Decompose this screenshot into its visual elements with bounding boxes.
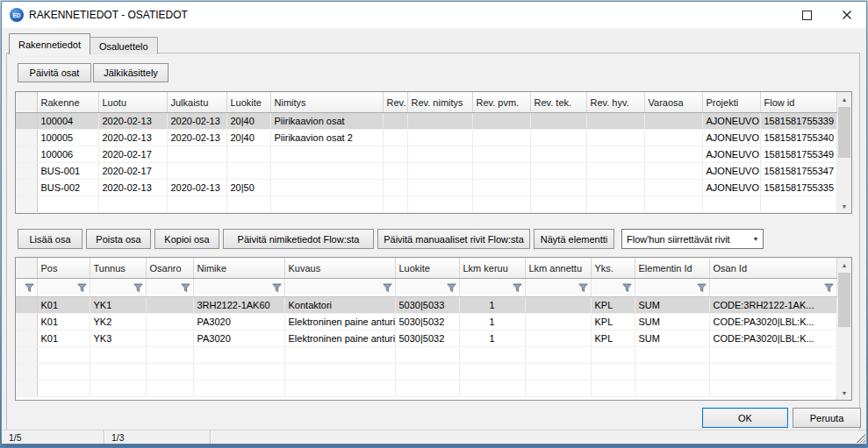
grid-cell[interactable]: KPL	[591, 314, 635, 331]
grid-cell[interactable]: K01	[37, 314, 90, 331]
grid-cell[interactable]: Piirikaavion osat	[270, 113, 383, 130]
grid-cell[interactable]	[472, 113, 530, 130]
column-header[interactable]: Rev. tek.	[530, 92, 586, 113]
grid-cell[interactable]	[383, 163, 407, 180]
grid-cell[interactable]	[146, 297, 193, 314]
filter-cell[interactable]	[16, 279, 37, 297]
grid-cell[interactable]: 1581581755335	[760, 180, 836, 196]
filter-funnel-icon[interactable]	[272, 283, 282, 293]
grid-cell[interactable]: 100006	[37, 146, 98, 163]
column-header[interactable]: Rakenne	[37, 92, 98, 113]
grid-row[interactable]: 1000042020-02-132020-02-1320|40Piirikaav…	[16, 113, 836, 130]
filter-cell[interactable]	[635, 279, 709, 297]
filter-cell[interactable]	[459, 279, 525, 297]
grid-cell[interactable]	[644, 130, 702, 146]
grid-cell[interactable]	[167, 163, 226, 180]
grid-cell[interactable]: 1	[459, 297, 525, 314]
close-button[interactable]	[827, 2, 866, 28]
column-header[interactable]: Osan Id	[709, 258, 836, 279]
structures-vertical-scrollbar[interactable]: ▲ ▼	[836, 92, 851, 213]
scrollbar-thumb[interactable]	[838, 107, 850, 158]
grid-row[interactable]: BUS-0012020-02-17AJONEUVO1581581755347	[16, 163, 836, 180]
paivita-nimiketiedot-button[interactable]: Päivitä nimiketiedot Flow:sta	[223, 229, 374, 249]
grid-cell[interactable]	[530, 146, 586, 163]
scroll-up-icon[interactable]: ▲	[837, 258, 851, 272]
grid-cell[interactable]: 2020-02-13	[98, 180, 167, 196]
tab-rakennetiedot[interactable]: Rakennetiedot	[9, 33, 90, 54]
grid-cell[interactable]: 5030|5032	[395, 314, 459, 331]
grid-cell[interactable]: BUS-001	[37, 163, 98, 180]
column-header[interactable]: Rev. hyv.	[586, 92, 644, 113]
grid-cell[interactable]: CODE:3RH2122-1AK...	[709, 297, 836, 314]
grid-cell[interactable]: AJONEUVO	[702, 180, 760, 196]
grid-cell[interactable]: YK2	[90, 314, 146, 331]
scrollbar-thumb[interactable]	[838, 273, 850, 327]
grid-cell[interactable]	[146, 314, 193, 331]
grid-cell[interactable]: AJONEUVO	[702, 113, 760, 130]
filter-funnel-icon[interactable]	[25, 283, 34, 293]
grid-cell[interactable]: 100004	[37, 113, 98, 130]
filter-cell[interactable]	[395, 279, 459, 297]
grid-cell[interactable]	[644, 180, 702, 196]
column-header[interactable]: Rev. pvm.	[472, 92, 530, 113]
column-header[interactable]: Nimitys	[270, 92, 383, 113]
row-selector[interactable]	[16, 130, 37, 146]
column-header[interactable]: Lkm annettu	[525, 258, 591, 279]
grid-cell[interactable]: YK3	[90, 331, 146, 347]
grid-cell[interactable]: 1	[459, 331, 525, 347]
column-header[interactable]: Tunnus	[90, 258, 146, 279]
scroll-down-icon[interactable]: ▼	[837, 199, 851, 213]
rows-filter-dropdown[interactable]: Flow'hun siirrettävät rivit ▼	[621, 229, 764, 249]
grid-cell[interactable]: 1	[459, 314, 525, 331]
filter-cell[interactable]	[284, 279, 395, 297]
grid-row[interactable]: K01YK13RH2122-1AK60Kontaktori5030|50331K…	[16, 297, 836, 314]
column-header[interactable]: Pos	[37, 258, 90, 279]
grid-cell[interactable]: Kontaktori	[284, 297, 395, 314]
grid-cell[interactable]	[472, 146, 530, 163]
column-header[interactable]: Flow id	[760, 92, 836, 113]
grid-cell[interactable]: 20|40	[226, 130, 270, 146]
filter-funnel-icon[interactable]	[824, 283, 834, 293]
column-header[interactable]: Varaosa	[644, 92, 702, 113]
grid-cell[interactable]	[530, 113, 586, 130]
grid-cell[interactable]	[472, 163, 530, 180]
grid-row[interactable]: 1000052020-02-132020-02-1320|40Piirikaav…	[16, 130, 836, 146]
filter-funnel-icon[interactable]	[181, 283, 190, 293]
grid-cell[interactable]: AJONEUVO	[702, 146, 760, 163]
grid-cell[interactable]: PA3020	[193, 314, 284, 331]
grid-cell[interactable]	[226, 146, 270, 163]
column-header[interactable]: Rev.	[383, 92, 407, 113]
grid-cell[interactable]: 1581581755347	[760, 163, 836, 180]
column-header[interactable]: Elementin Id	[635, 258, 709, 279]
grid-cell[interactable]	[586, 113, 644, 130]
grid-cell[interactable]: 3RH2122-1AK60	[193, 297, 284, 314]
scroll-down-icon[interactable]: ▼	[837, 386, 851, 400]
column-header[interactable]: Yks.	[591, 258, 635, 279]
grid-cell[interactable]: SUM	[635, 331, 709, 347]
grid-cell[interactable]	[472, 130, 530, 146]
grid-cell[interactable]	[586, 130, 644, 146]
column-header[interactable]: Osanro	[146, 258, 193, 279]
grid-cell[interactable]: 1581581755339	[760, 113, 836, 130]
grid-cell[interactable]: SUM	[635, 297, 709, 314]
nayta-elementti-button[interactable]: Näytä elementti	[534, 229, 614, 249]
grid-cell[interactable]: 20|50	[226, 180, 270, 196]
grid-cell[interactable]: BUS-002	[37, 180, 98, 196]
grid-cell[interactable]: 1581581755349	[760, 146, 836, 163]
filter-cell[interactable]	[591, 279, 635, 297]
grid-row[interactable]: 1000062020-02-17AJONEUVO1581581755349	[16, 146, 836, 163]
column-header[interactable]: Nimike	[193, 258, 284, 279]
filter-funnel-icon[interactable]	[133, 283, 143, 293]
filter-funnel-icon[interactable]	[622, 283, 632, 293]
grid-cell[interactable]	[383, 180, 407, 196]
filter-cell[interactable]	[709, 279, 836, 297]
poista-osa-button[interactable]: Poista osa	[86, 229, 151, 249]
resize-grip[interactable]	[854, 431, 865, 443]
grid-cell[interactable]: Elektroninen paine anturi	[284, 331, 395, 347]
column-header[interactable]: Lkm keruu	[459, 258, 525, 279]
grid-cell[interactable]: KPL	[591, 331, 635, 347]
grid-cell[interactable]: YK1	[90, 297, 146, 314]
chevron-down-icon[interactable]: ▼	[749, 236, 763, 242]
grid-cell[interactable]: 2020-02-17	[98, 146, 167, 163]
grid-cell[interactable]	[472, 180, 530, 196]
